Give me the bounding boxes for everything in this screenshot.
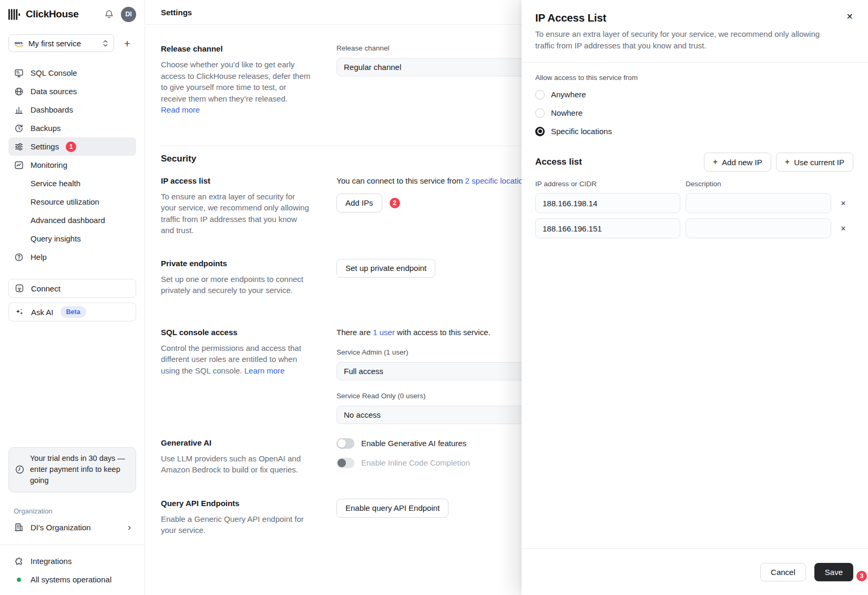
sidebar-item-label: Dashboards [30, 105, 73, 114]
radio-nowhere[interactable] [535, 108, 545, 118]
sidebar-item-label: SQL Console [30, 68, 77, 77]
sidebar-item-sql-console[interactable]: SQL Console [8, 64, 136, 82]
sidebar-item-settings[interactable]: Settings 1 [8, 137, 136, 156]
query-api-description: Enable a Generic Query API endpoint for … [161, 513, 312, 536]
save-button[interactable]: Save [814, 563, 853, 581]
dashboards-icon [14, 105, 24, 115]
inline-code-completion-label: Enable Inline Code Completion [361, 458, 470, 467]
ip-address-input[interactable] [535, 218, 680, 238]
sidebar-nav: SQL Console Data sources Dashboards [8, 64, 136, 266]
release-channel-description: Choose whether you’d like to get early a… [161, 60, 310, 103]
access-list-row: ✕ [535, 218, 853, 238]
service-selector-value: My first service [28, 39, 81, 48]
allow-access-label: Allow access to this service from [535, 74, 853, 82]
connect-icon [14, 284, 24, 293]
sidebar-item-label: Backups [30, 124, 61, 133]
sidebar-item-dashboards[interactable]: Dashboards [8, 100, 136, 119]
description-input[interactable] [686, 193, 831, 213]
connect-button[interactable]: Connect [8, 279, 136, 298]
connect-label: Connect [31, 284, 60, 293]
sidebar-item-label: Resource utilization [30, 197, 99, 206]
sparkles-icon [14, 307, 24, 317]
clickhouse-logo-icon [8, 9, 21, 20]
sidebar-item-label: Data sources [30, 87, 77, 96]
settings-notification-badge: 1 [66, 142, 76, 152]
plus-icon: + [713, 157, 718, 167]
brand-name: ClickHouse [26, 8, 78, 20]
organization-switcher[interactable]: DI's Organization › [8, 518, 136, 537]
remove-row-icon[interactable]: ✕ [838, 225, 849, 233]
integrations-puzzle-icon [14, 557, 24, 566]
sidebar-item-integrations[interactable]: Integrations [8, 552, 136, 570]
enable-query-api-button[interactable]: Enable query API Endpoint [336, 499, 448, 518]
clickhouse-logo[interactable]: ClickHouse [8, 8, 78, 20]
ask-ai-button[interactable]: Ask AI Beta [8, 302, 136, 321]
radio-specific-locations-label: Specific locations [551, 127, 612, 136]
sidebar-divider [0, 544, 145, 545]
sidebar-item-backups[interactable]: Backups [8, 119, 136, 137]
radio-option-specific-locations[interactable]: Specific locations [535, 126, 853, 137]
sidebar-item-query-insights[interactable]: Query insights [8, 229, 136, 248]
sidebar-item-label: Integrations [30, 557, 72, 566]
sql-console-icon [14, 68, 24, 78]
backups-icon [14, 124, 24, 133]
sidebar-item-data-sources[interactable]: Data sources [8, 82, 136, 100]
release-channel-title: Release channel [161, 44, 312, 53]
trial-notice-text: Your trial ends in 30 days — enter payme… [30, 453, 129, 486]
monitoring-icon [14, 160, 24, 170]
radio-option-nowhere[interactable]: Nowhere [535, 107, 853, 118]
sidebar-item-service-health[interactable]: Service health [8, 174, 136, 193]
organization-section-label: Organization [14, 507, 136, 515]
notifications-bell-icon[interactable] [104, 9, 114, 19]
generative-ai-description: Use LLM providers such as OpenAI and Ama… [161, 453, 312, 476]
sidebar-item-advanced-dashboard[interactable]: Advanced dashboard [8, 211, 136, 229]
add-new-ip-button[interactable]: + Add new IP [704, 153, 771, 172]
private-endpoints-title: Private endpoints [161, 259, 312, 268]
ip-address-input[interactable] [535, 193, 680, 213]
learn-more-link[interactable]: Learn more [244, 366, 285, 375]
radio-option-anywhere[interactable]: Anywhere [535, 89, 853, 100]
sidebar-item-label: Settings [30, 142, 59, 151]
column-header-ip: IP address or CIDR [535, 180, 686, 188]
sidebar-item-monitoring[interactable]: Monitoring [8, 156, 136, 174]
remove-row-icon[interactable]: ✕ [838, 199, 849, 207]
service-selector[interactable]: aws My first service [8, 34, 114, 52]
sidebar-item-label: Query insights [30, 234, 81, 243]
one-user-link[interactable]: 1 user [373, 328, 395, 337]
use-current-ip-button[interactable]: + Use current IP [776, 153, 853, 172]
sidebar-item-help[interactable]: Help [8, 248, 136, 266]
trial-notice: Your trial ends in 30 days — enter payme… [8, 447, 136, 492]
panel-footer: Cancel Save 3 [522, 548, 868, 595]
chevron-updown-icon [103, 39, 108, 47]
sql-console-access-title: SQL console access [161, 328, 312, 337]
description-input[interactable] [686, 218, 831, 238]
read-more-link[interactable]: Read more [161, 105, 200, 114]
sidebar: ClickHouse DI aws My first service [0, 0, 145, 595]
svg-text:aws: aws [15, 41, 23, 45]
radio-specific-locations[interactable] [535, 127, 545, 136]
help-icon [14, 253, 24, 262]
access-list-heading: Access list [535, 157, 582, 167]
user-avatar[interactable]: DI [121, 7, 136, 22]
system-status[interactable]: All systems operational [8, 570, 136, 589]
ip-access-status-text: You can connect to this service from [336, 176, 465, 185]
chevron-right-icon: › [128, 522, 131, 533]
add-ips-button[interactable]: Add IPs [336, 194, 382, 213]
sidebar-item-resource-utilization[interactable]: Resource utilization [8, 193, 136, 211]
users-status-prefix: There are [336, 328, 373, 337]
sidebar-item-label: Help [30, 253, 47, 261]
close-icon[interactable]: ✕ [846, 13, 853, 21]
add-service-button[interactable]: + [118, 34, 136, 52]
building-icon [14, 522, 24, 532]
ip-access-list-title: IP access list [161, 176, 312, 185]
ip-access-list-description: To ensure an extra layer of security for… [161, 191, 312, 236]
cancel-button[interactable]: Cancel [760, 563, 806, 581]
ip-access-list-panel: IP Access List ✕ To ensure an extra laye… [522, 0, 868, 595]
beta-badge: Beta [60, 306, 86, 318]
sidebar-item-label: Monitoring [30, 160, 67, 169]
setup-private-endpoint-button[interactable]: Set up private endpoint [336, 259, 435, 278]
aws-icon: aws [14, 40, 24, 47]
use-current-ip-label: Use current IP [794, 158, 844, 167]
radio-anywhere[interactable] [535, 90, 545, 99]
generative-ai-toggle[interactable] [336, 438, 354, 449]
